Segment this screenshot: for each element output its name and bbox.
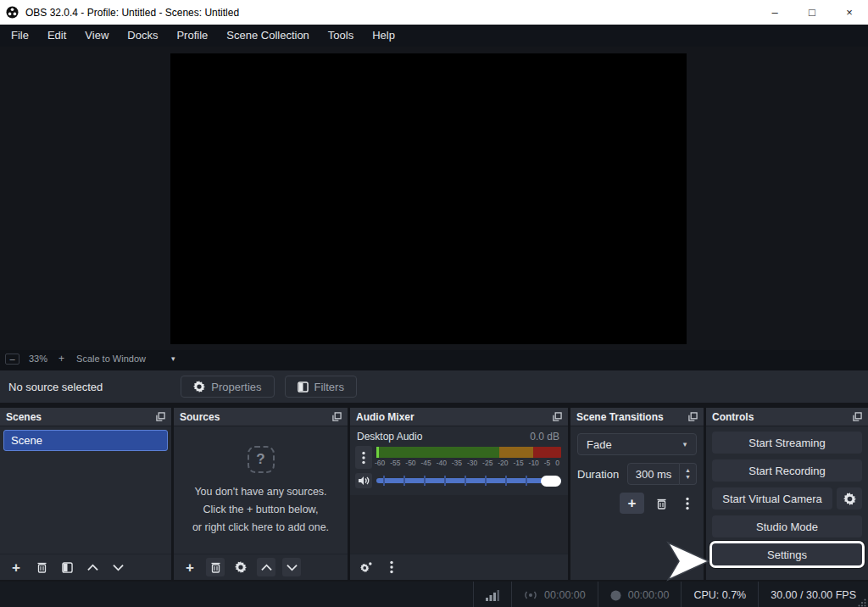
popout-icon[interactable] <box>853 412 862 421</box>
remove-source-button[interactable] <box>206 558 225 576</box>
advanced-audio-icon[interactable] <box>357 558 376 576</box>
zoom-out-button[interactable]: – <box>5 354 19 365</box>
popout-icon[interactable] <box>688 412 698 421</box>
transition-value: Fade <box>578 438 674 451</box>
minimize-button[interactable]: – <box>756 0 793 25</box>
popout-icon[interactable] <box>156 412 165 421</box>
sources-empty-state: ? You don't have any sources. Click the … <box>174 426 348 554</box>
maximize-button[interactable]: □ <box>793 0 831 25</box>
stream-time-value: 00:00:00 <box>544 589 586 601</box>
controls-panel-header[interactable]: Controls <box>706 408 868 426</box>
speaker-icon <box>358 476 370 486</box>
volume-slider-handle[interactable] <box>541 476 561 487</box>
remove-scene-button[interactable] <box>32 558 51 576</box>
scene-filters-button[interactable] <box>58 558 76 576</box>
sources-panel-header[interactable]: Sources <box>174 408 348 426</box>
menu-profile[interactable]: Profile <box>167 25 217 47</box>
chevron-up-icon <box>261 564 272 571</box>
add-transition-button[interactable]: + <box>620 493 644 514</box>
chevron-down-icon <box>113 564 124 571</box>
spinner-down-icon[interactable]: ▼ <box>685 474 691 481</box>
question-mark-icon: ? <box>248 446 275 473</box>
program-canvas[interactable] <box>170 53 687 344</box>
mixer-toolbar <box>350 554 568 580</box>
mixer-empty-area <box>350 495 568 554</box>
record-time: 00:00:00 <box>598 582 682 607</box>
status-bar: 00:00:00 00:00:00 CPU: 0.7% 30.00 / 30.0… <box>0 582 868 607</box>
kebab-icon <box>390 560 393 574</box>
volume-slider[interactable] <box>376 478 561 483</box>
settings-button[interactable]: Settings <box>712 543 862 565</box>
start-streaming-button[interactable]: Start Streaming <box>712 432 862 454</box>
scenes-panel-header[interactable]: Scenes <box>0 408 171 426</box>
kebab-icon <box>362 451 365 465</box>
start-recording-button[interactable]: Start Recording <box>712 459 862 482</box>
scale-mode-label[interactable]: Scale to Window <box>76 354 146 364</box>
mixer-menu-button[interactable] <box>382 558 401 576</box>
add-source-button[interactable]: + <box>181 558 199 576</box>
popout-icon[interactable] <box>332 412 342 421</box>
gear-icon <box>193 381 205 393</box>
filters-icon <box>62 562 73 573</box>
title-bar: OBS 32.0.4 - Profile: Untitled - Scenes:… <box>0 0 868 25</box>
mixer-panel-header[interactable]: Audio Mixer <box>350 408 568 426</box>
transition-select[interactable]: Fade ▾ <box>577 433 697 455</box>
zoom-in-button[interactable]: + <box>58 353 64 365</box>
source-properties-button[interactable] <box>231 558 250 576</box>
filters-button[interactable]: Filters <box>285 376 357 398</box>
virtual-camera-config-button[interactable] <box>837 487 862 510</box>
menu-docks[interactable]: Docks <box>118 25 167 47</box>
cpu-value: CPU: 0.7% <box>693 589 746 601</box>
menu-scene-collection[interactable]: Scene Collection <box>217 25 319 47</box>
signal-bars-icon <box>486 590 499 601</box>
move-scene-down-button[interactable] <box>108 558 127 576</box>
transitions-panel-title: Scene Transitions <box>576 411 664 423</box>
cpu-usage: CPU: 0.7% <box>681 582 758 607</box>
resize-grip[interactable] <box>858 599 866 607</box>
channel-menu-button[interactable] <box>355 446 372 469</box>
sources-list[interactable]: ? You don't have any sources. Click the … <box>174 426 348 554</box>
dock-panels: Scenes Scene + <box>0 408 868 580</box>
close-button[interactable]: × <box>831 0 868 25</box>
studio-mode-button[interactable]: Studio Mode <box>712 515 862 537</box>
sources-panel-title: Sources <box>180 411 220 423</box>
record-icon <box>610 590 621 601</box>
source-toolbar: No source selected Properties Filters <box>0 370 868 403</box>
empty-text-line: or right click here to add one. <box>192 521 329 535</box>
transitions-panel-header[interactable]: Scene Transitions <box>570 408 704 426</box>
tick-label: -25 <box>482 459 492 467</box>
stream-time: 00:00:00 <box>511 582 598 607</box>
menu-tools[interactable]: Tools <box>319 25 363 47</box>
move-source-down-button[interactable] <box>282 558 301 576</box>
controls-panel: Controls Start Streaming Start Recording… <box>706 408 868 580</box>
add-scene-button[interactable]: + <box>7 558 25 576</box>
popout-icon[interactable] <box>553 412 562 421</box>
plus-icon: + <box>12 560 20 575</box>
menu-help[interactable]: Help <box>363 25 404 47</box>
menu-file[interactable]: File <box>2 25 38 47</box>
menu-edit[interactable]: Edit <box>38 25 75 47</box>
transition-menu-button[interactable] <box>678 494 697 513</box>
move-source-up-button[interactable] <box>257 558 275 576</box>
duration-input[interactable]: 300 ms <box>627 463 680 485</box>
sources-panel: Sources ? You don't have any sources. Cl… <box>174 408 348 580</box>
scale-mode-caret-icon[interactable]: ▾ <box>171 354 175 363</box>
menu-view[interactable]: View <box>75 25 118 47</box>
properties-button[interactable]: Properties <box>181 376 274 398</box>
source-status-label: No source selected <box>8 381 103 393</box>
scene-list-item[interactable]: Scene <box>3 430 168 451</box>
tick-label: -50 <box>405 459 415 467</box>
duration-spinner[interactable]: ▲ ▼ <box>680 463 697 485</box>
empty-text-line: You don't have any sources. <box>194 485 326 499</box>
tick-label: -10 <box>529 459 539 467</box>
scene-item-label: Scene <box>11 434 42 447</box>
filters-label: Filters <box>314 381 344 393</box>
remove-transition-button[interactable] <box>652 494 670 513</box>
filters-icon <box>298 381 309 393</box>
tick-label: 0 <box>555 459 559 467</box>
mute-button[interactable] <box>355 473 372 488</box>
spinner-up-icon[interactable]: ▲ <box>685 467 691 474</box>
move-scene-up-button[interactable] <box>83 558 102 576</box>
start-virtual-camera-button[interactable]: Start Virtual Camera <box>712 487 832 510</box>
gear-icon <box>235 561 247 573</box>
